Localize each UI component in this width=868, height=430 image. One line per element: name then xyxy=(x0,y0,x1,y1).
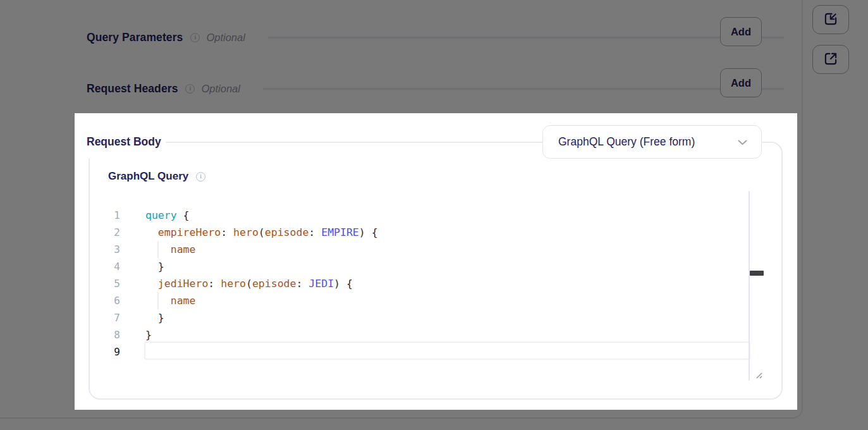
line-number: 9 xyxy=(100,343,120,360)
line-number: 7 xyxy=(100,309,120,326)
line-number: 2 xyxy=(100,224,120,241)
line-number: 8 xyxy=(100,326,120,343)
editor-resize-grip[interactable] xyxy=(754,370,764,383)
code-line-text: empireHero: hero(episode: EMPIRE) { xyxy=(145,224,378,241)
line-number: 6 xyxy=(100,292,120,309)
line-number: 4 xyxy=(100,258,120,275)
graphql-code-editor[interactable]: 1query {2 empireHero: hero(episode: EMPI… xyxy=(75,207,769,360)
code-line-text: name xyxy=(145,292,195,309)
info-icon[interactable] xyxy=(196,172,205,181)
line-number: 3 xyxy=(100,241,120,258)
code-line-text: } xyxy=(145,326,152,343)
code-line: 4 } xyxy=(75,258,769,275)
code-line: 5 jediHero: hero(episode: JEDI) { xyxy=(75,275,769,292)
request-body-section: Request Body GraphQL Query (Free form) G… xyxy=(75,113,797,410)
code-line: 8} xyxy=(75,326,769,343)
code-line-text: name xyxy=(145,241,195,258)
code-line-text: } xyxy=(145,309,164,326)
code-line: 1query { xyxy=(75,207,769,224)
editor-scrollbar-thumb[interactable] xyxy=(750,271,764,276)
chevron-down-icon xyxy=(738,137,747,148)
line-number: 1 xyxy=(100,207,120,224)
graphql-query-label-row: GraphQL Query xyxy=(108,170,205,183)
body-type-dropdown[interactable]: GraphQL Query (Free form) xyxy=(542,125,762,159)
code-line-text: query { xyxy=(145,207,190,224)
page: Query Parameters Optional Add Request He… xyxy=(0,0,868,430)
code-line: 3 name xyxy=(75,241,769,258)
code-line: 9 xyxy=(75,343,769,360)
code-line: 7 } xyxy=(75,309,769,326)
request-body-title: Request Body xyxy=(82,130,166,153)
code-line: 2 empireHero: hero(episode: EMPIRE) { xyxy=(75,224,769,241)
code-line-text: jediHero: hero(episode: JEDI) { xyxy=(145,275,353,292)
body-type-selected-value: GraphQL Query (Free form) xyxy=(558,135,738,149)
graphql-query-label: GraphQL Query xyxy=(108,170,188,183)
line-number: 5 xyxy=(100,275,120,292)
editor-right-border xyxy=(749,191,750,381)
code-line: 6 name xyxy=(75,292,769,309)
code-line-text: } xyxy=(145,258,164,275)
